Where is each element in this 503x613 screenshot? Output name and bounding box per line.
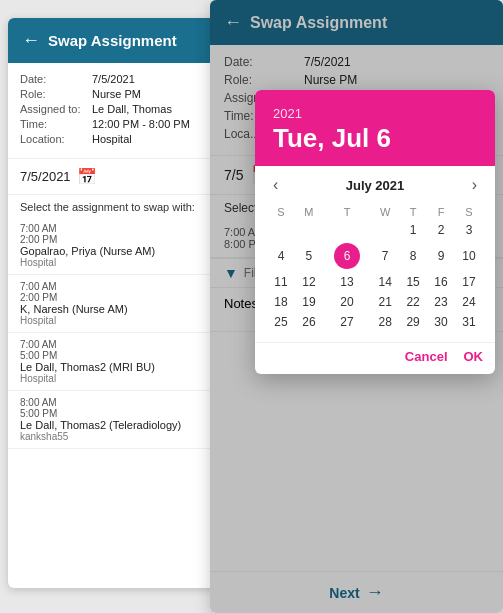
cal-day-header-s2: S [455,204,483,220]
list-item-time: 7:00 AM2:00 PM [20,223,206,245]
bg-title: Swap Assignment [48,32,177,49]
cal-day[interactable]: 27 [323,312,371,332]
list-item-name: Gopalrao, Priya (Nurse AM) [20,245,206,257]
cal-day-header-m: M [295,204,323,220]
bg-time-label: Time: [20,118,92,130]
cal-day [323,220,371,240]
list-item-time: 7:00 AM2:00 PM [20,281,206,303]
bg-time-row: Time: 12:00 PM - 8:00 PM [20,118,206,130]
bg-header: ← Swap Assignment [8,18,218,63]
bg-location-value: Hospital [92,133,132,145]
cal-prev-button[interactable]: ‹ [267,174,284,196]
background-panel: ← Swap Assignment Date: 7/5/2021 Role: N… [8,18,218,588]
cal-day[interactable]: 19 [295,292,323,312]
cal-ok-button[interactable]: OK [464,349,484,364]
bg-assigned-label: Assigned to: [20,103,92,115]
cal-day[interactable]: 5 [295,240,323,272]
cal-date-display: Tue, Jul 6 [273,123,477,154]
cal-day[interactable]: 20 [323,292,371,312]
cal-day [295,220,323,240]
bg-date-picker-label: 7/5/2021 [20,169,71,184]
list-item-location: kanksha55 [20,431,206,442]
cal-day[interactable]: 7 [371,240,399,272]
bg-date-label: Date: [20,73,92,85]
cal-day[interactable]: 29 [399,312,427,332]
list-item[interactable]: 7:00 AM5:00 PM Le Dall, Thomas2 (MRI BU)… [8,333,218,391]
bg-assigned-value: Le Dall, Thomas [92,103,172,115]
cal-day[interactable]: 14 [371,272,399,292]
bg-assigned-row: Assigned to: Le Dall, Thomas [20,103,206,115]
cal-day[interactable]: 31 [455,312,483,332]
list-item-location: Hospital [20,257,206,268]
cal-day[interactable]: 1 [399,220,427,240]
bg-date-picker-row[interactable]: 7/5/2021 📅 [8,159,218,195]
cal-day[interactable]: 28 [371,312,399,332]
cal-nav: ‹ July 2021 › [267,174,483,196]
list-item-location: Hospital [20,373,206,384]
cal-day[interactable]: 2 [427,220,455,240]
cal-day[interactable]: 13 [323,272,371,292]
list-item-name: Le Dall, Thomas2 (Teleradiology) [20,419,206,431]
list-item[interactable]: 7:00 AM2:00 PM Gopalrao, Priya (Nurse AM… [8,217,218,275]
cal-day[interactable]: 16 [427,272,455,292]
cal-day-header-t2: T [399,204,427,220]
list-item-time: 8:00 AM5:00 PM [20,397,206,419]
cal-month-label: July 2021 [346,178,405,193]
bg-date-value: 7/5/2021 [92,73,135,85]
cal-next-button[interactable]: › [466,174,483,196]
bg-location-label: Location: [20,133,92,145]
bg-info-section: Date: 7/5/2021 Role: Nurse PM Assigned t… [8,63,218,159]
cal-year: 2021 [273,106,477,121]
bg-select-label: Select the assignment to swap with: [8,195,218,217]
cal-cancel-button[interactable]: Cancel [405,349,448,364]
cal-day[interactable]: 11 [267,272,295,292]
cal-day-header-w: W [371,204,399,220]
list-item-name: Le Dall, Thomas2 (MRI BU) [20,361,206,373]
cal-day[interactable]: 15 [399,272,427,292]
cal-day[interactable]: 9 [427,240,455,272]
bg-role-value: Nurse PM [92,88,141,100]
cal-day [267,220,295,240]
cal-day-header-t1: T [323,204,371,220]
list-item-location: Hospital [20,315,206,326]
bg-role-label: Role: [20,88,92,100]
calendar-body: ‹ July 2021 › S M T W T F S 123456789101… [255,166,495,342]
cal-day-header-s1: S [267,204,295,220]
cal-day[interactable]: 18 [267,292,295,312]
cal-day[interactable]: 21 [371,292,399,312]
list-item[interactable]: 8:00 AM5:00 PM Le Dall, Thomas2 (Telerad… [8,391,218,449]
list-item-time: 7:00 AM5:00 PM [20,339,206,361]
bg-time-value: 12:00 PM - 8:00 PM [92,118,190,130]
calendar-header: 2021 Tue, Jul 6 [255,90,495,166]
list-item-name: K, Naresh (Nurse AM) [20,303,206,315]
bg-calendar-icon[interactable]: 📅 [77,167,97,186]
bg-role-row: Role: Nurse PM [20,88,206,100]
bg-date-row: Date: 7/5/2021 [20,73,206,85]
bg-list-items: 7:00 AM2:00 PM Gopalrao, Priya (Nurse AM… [8,217,218,449]
bg-location-row: Location: Hospital [20,133,206,145]
cal-day[interactable]: 4 [267,240,295,272]
cal-footer: Cancel OK [255,342,495,374]
cal-day[interactable]: 22 [399,292,427,312]
cal-day-header-f: F [427,204,455,220]
cal-day[interactable]: 10 [455,240,483,272]
bg-back-icon[interactable]: ← [22,30,40,51]
cal-today-day[interactable]: 6 [334,243,360,269]
cal-day [371,220,399,240]
cal-day[interactable]: 25 [267,312,295,332]
cal-day[interactable]: 3 [455,220,483,240]
cal-day[interactable]: 26 [295,312,323,332]
cal-day[interactable]: 30 [427,312,455,332]
calendar-overlay: 2021 Tue, Jul 6 ‹ July 2021 › S M T W T … [255,90,495,374]
cal-day[interactable]: 6 [323,240,371,272]
cal-day[interactable]: 17 [455,272,483,292]
list-item[interactable]: 7:00 AM2:00 PM K, Naresh (Nurse AM) Hosp… [8,275,218,333]
cal-day[interactable]: 12 [295,272,323,292]
cal-day[interactable]: 23 [427,292,455,312]
cal-day[interactable]: 8 [399,240,427,272]
cal-day[interactable]: 24 [455,292,483,312]
cal-grid: S M T W T F S 12345678910111213141516171… [267,204,483,332]
